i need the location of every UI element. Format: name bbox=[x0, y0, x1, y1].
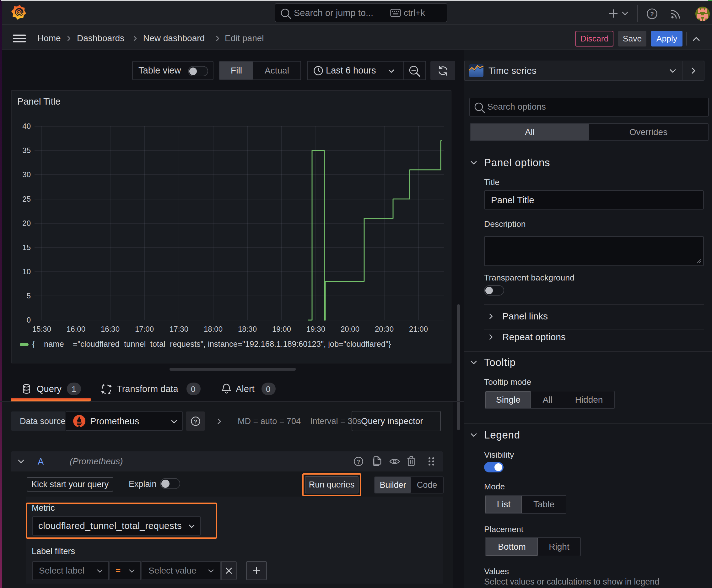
svg-text:?: ? bbox=[194, 419, 197, 425]
svg-text:?: ? bbox=[650, 11, 654, 17]
svg-text:?: ? bbox=[357, 459, 360, 465]
